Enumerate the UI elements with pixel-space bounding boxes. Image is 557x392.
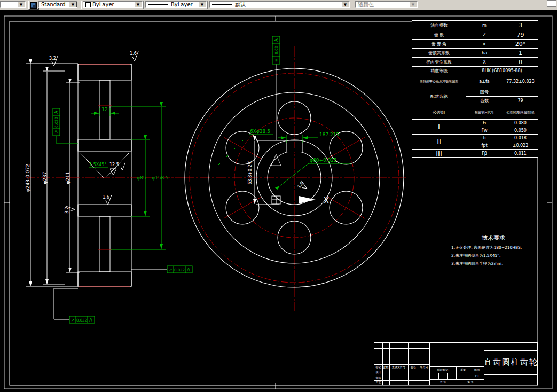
weight-label: 重量 — [456, 366, 470, 373]
runout-symbol-icon: ↗ — [54, 130, 59, 134]
spec-value: 8HK (GB10095-88) — [466, 66, 538, 75]
spec-symbol: Fβ — [466, 149, 503, 157]
spec-value — [503, 88, 538, 96]
toolbar: ▼ Standard ▼ ByLayer ▼ ByLayer ▼ 默认 ▼ — [0, 0, 557, 10]
spec-value: 0.011 — [503, 149, 538, 157]
spec-symbol: Fw — [466, 127, 503, 134]
cad-application-window: ▼ Standard ▼ ByLayer ▼ ByLayer ▼ 默认 ▼ — [0, 0, 557, 392]
dim-recess-diameter: φ158.5 — [152, 175, 169, 181]
check-label: 审核 — [374, 375, 382, 380]
dropdown-arrow-icon[interactable]: ▼ — [198, 2, 206, 7]
tech-req-line: 1.正火处理, 齿面硬度为180~210HBS; — [451, 244, 536, 252]
dropdown-arrow-icon: ▼ — [409, 2, 417, 7]
title-block: 直齿圆柱齿轮 阶段标记 重量 比例 1:1 共 张 第 张 标记 处数 更改文件… — [374, 342, 538, 385]
front-view-annotations: 6Xφ38.5 187.215 φ60+0.025 63.8+0.2/0 A 0… — [218, 36, 351, 206]
spec-value: 20° — [503, 39, 538, 48]
linetype-combo-value: ByLayer — [171, 2, 193, 7]
lineweight-sample-icon — [212, 4, 232, 5]
stage-label: 阶段标记 — [429, 366, 456, 373]
spec-symbol: X — [466, 57, 503, 66]
dim-chamfer: 1.5X45° — [89, 162, 106, 167]
roughness-1-6: 1.6 — [130, 51, 137, 56]
plotstyle-combo[interactable]: 随颜色 ▼ — [355, 1, 418, 8]
scale-value: 1:1 — [470, 373, 484, 379]
color-swatch-icon — [85, 2, 91, 7]
dropdown-arrow-icon[interactable]: ▼ — [341, 2, 349, 7]
datum-target-box — [272, 196, 280, 204]
dim-rim-diameter: φ211 — [65, 171, 70, 184]
spec-label: 齿顶高系数 — [412, 48, 466, 57]
spec-label: 公差组 — [412, 105, 466, 119]
signature-label: 签名 — [408, 364, 419, 370]
spec-symbol: Fi — [466, 119, 503, 127]
plotstyle-combo-value: 随颜色 — [358, 1, 374, 8]
fcf-tolerance-value: 0.022 — [54, 117, 59, 128]
process-label: 工艺 — [374, 380, 382, 385]
dim-bolt-holes: 6Xφ38.5 — [250, 129, 270, 134]
layers-icon — [30, 2, 37, 9]
symmetry-symbol-icon: ≡ — [274, 59, 279, 62]
spec-value: ±0.022 — [503, 142, 538, 149]
roughness-1-6: 1.6 — [103, 195, 109, 200]
spec-symbol: Z — [466, 30, 503, 39]
date-label: 年月日 — [419, 364, 429, 370]
color-combo[interactable]: ByLayer ▼ — [83, 1, 143, 8]
tech-req-line: 2.未注明的倒角为1.5X45°; — [451, 252, 536, 260]
tech-req-title: 技术要求 — [451, 234, 536, 242]
section-dimensions: φ243-0.072 φ237 φ211 12 φ85 φ158.5 1.5X4… — [25, 64, 169, 287]
spec-symbol: 检验项目代号 — [466, 105, 503, 119]
toolbar-overflow-fragment — [547, 0, 556, 7]
fcf-tolerance-value: 0.022 — [76, 318, 87, 323]
fcf-datum-label: A — [274, 38, 279, 42]
dim-pitch-diameter: φ237 — [42, 171, 48, 184]
gear-parameter-table: 法向模数 m 3 齿 数 Z 79 齿 形 角 α 20° 齿顶高系数 ha 1… — [412, 20, 538, 158]
dropdown-arrow-icon[interactable]: ▼ — [17, 2, 25, 7]
unnamed-combo[interactable]: ▼ — [0, 1, 26, 8]
spec-symbol: α — [466, 39, 503, 48]
fcf-tolerance-value: 0.02 — [274, 46, 279, 54]
spec-label: III — [412, 149, 466, 157]
spec-symbol: fi — [466, 134, 503, 142]
lineweight-combo[interactable]: 默认 ▼ — [209, 1, 350, 8]
dropdown-arrow-icon[interactable]: ▼ — [134, 2, 142, 7]
spec-value: 79 — [503, 96, 538, 105]
runout-symbol-icon: ↗ — [169, 268, 172, 272]
linetype-sample-icon — [148, 4, 168, 5]
spec-value: 公差(或极限偏差)值 — [503, 105, 538, 119]
dim-keyway-width: 187.215 — [319, 132, 339, 137]
part-name: 直齿圆柱齿轮 — [484, 350, 538, 374]
roughness-3-2: 3.2 — [65, 207, 69, 214]
spec-value: 79 — [503, 30, 538, 39]
spec-value: 3 — [503, 21, 538, 30]
dim-tip-diameter: φ243-0.072 — [25, 164, 30, 192]
spec-symbol: fpt — [466, 142, 503, 149]
spec-label: 精度等级 — [412, 66, 466, 75]
scale-label: 比例 — [470, 366, 484, 373]
text-style-combo[interactable]: Standard ▼ — [38, 1, 77, 8]
fcf-datum-label: A — [54, 111, 59, 114]
tech-req-line: 3.未注明的圆角半径为2mm。 — [451, 260, 536, 268]
dim-bore-diameter: φ60+0.025 — [310, 158, 337, 163]
sheet-count-label: 共 张 — [429, 379, 457, 385]
spec-label: I — [412, 119, 466, 134]
spec-symbol: 图号 — [466, 88, 503, 96]
design-label: 设计 — [374, 370, 382, 375]
dropdown-arrow-icon[interactable]: ▼ — [69, 2, 77, 7]
toolbar-icon-button[interactable] — [28, 1, 39, 10]
mark-label: 标记 — [374, 364, 382, 370]
roughness-3-2: 3.2 — [49, 56, 56, 61]
dim-keyway-depth: 63.8+0.2/0 — [248, 160, 253, 184]
spec-value: 77.32±0.023 — [503, 75, 538, 88]
dim-web-width: 12 — [101, 107, 107, 112]
color-combo-value: ByLayer — [92, 2, 114, 7]
technical-requirements: 技术要求 1.正火处理, 齿面硬度为180~210HBS; 2.未注明的倒角为1… — [451, 234, 536, 268]
toolbar-separator — [352, 1, 354, 9]
page-number-label: 第 张 — [457, 379, 484, 385]
x-mark: X — [324, 196, 329, 206]
spec-symbol: 齿数 — [466, 96, 503, 105]
change-doc-label: 更改文件号 — [389, 364, 408, 370]
linetype-combo[interactable]: ByLayer ▼ — [145, 1, 207, 8]
fcf-datum-label: A — [89, 318, 92, 323]
spec-label: 法向模数 — [412, 21, 466, 30]
surface-mark-triangle-icon — [271, 154, 281, 166]
